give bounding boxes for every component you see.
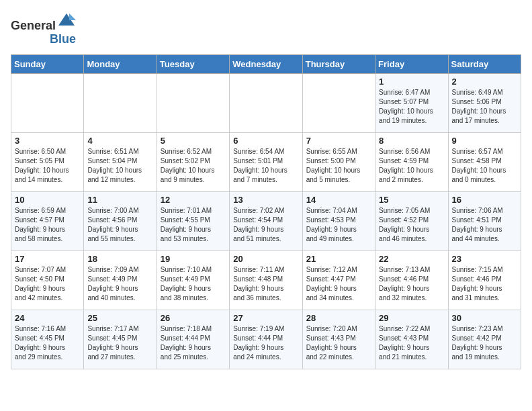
day-number: 19 [161, 254, 226, 264]
calendar-cell: 24Sunrise: 7:16 AM Sunset: 4:45 PM Dayli… [11, 310, 84, 369]
calendar-cell: 15Sunrise: 7:05 AM Sunset: 4:52 PM Dayli… [375, 191, 448, 250]
calendar-cell: 18Sunrise: 7:09 AM Sunset: 4:49 PM Dayli… [84, 250, 157, 310]
day-number: 29 [379, 313, 444, 323]
calendar-cell: 6Sunrise: 6:54 AM Sunset: 5:01 PM Daylig… [230, 132, 302, 191]
weekday-header: Friday [375, 54, 448, 73]
day-info: Sunrise: 6:51 AM Sunset: 5:04 PM Dayligh… [87, 147, 152, 185]
calendar-header: SundayMondayTuesdayWednesdayThursdayFrid… [11, 54, 521, 73]
weekday-header: Thursday [302, 54, 375, 73]
day-number: 13 [233, 195, 298, 205]
day-info: Sunrise: 7:00 AM Sunset: 4:56 PM Dayligh… [87, 206, 152, 244]
calendar-cell: 20Sunrise: 7:11 AM Sunset: 4:48 PM Dayli… [230, 250, 302, 310]
logo-icon [57, 11, 76, 30]
day-number: 6 [233, 136, 298, 146]
logo-general: General [11, 19, 56, 32]
day-info: Sunrise: 7:01 AM Sunset: 4:55 PM Dayligh… [161, 206, 226, 244]
calendar-cell: 7Sunrise: 6:55 AM Sunset: 5:00 PM Daylig… [302, 132, 375, 191]
day-info: Sunrise: 7:09 AM Sunset: 4:49 PM Dayligh… [87, 265, 152, 303]
day-number: 22 [379, 254, 444, 264]
day-info: Sunrise: 7:12 AM Sunset: 4:47 PM Dayligh… [306, 265, 371, 303]
day-info: Sunrise: 7:17 AM Sunset: 4:45 PM Dayligh… [87, 324, 152, 362]
calendar-cell: 8Sunrise: 6:56 AM Sunset: 4:59 PM Daylig… [375, 132, 448, 191]
day-info: Sunrise: 7:18 AM Sunset: 4:44 PM Dayligh… [161, 324, 226, 362]
weekday-header: Wednesday [230, 54, 302, 73]
day-number: 11 [87, 195, 152, 205]
day-number: 4 [87, 136, 152, 146]
calendar-cell: 17Sunrise: 7:07 AM Sunset: 4:50 PM Dayli… [11, 250, 84, 310]
calendar-cell [302, 73, 375, 132]
day-number: 18 [87, 254, 152, 264]
calendar-cell: 29Sunrise: 7:22 AM Sunset: 4:43 PM Dayli… [375, 310, 448, 369]
calendar-cell: 13Sunrise: 7:02 AM Sunset: 4:54 PM Dayli… [230, 191, 302, 250]
day-number: 21 [306, 254, 371, 264]
svg-marker-1 [69, 13, 76, 20]
calendar-cell: 28Sunrise: 7:20 AM Sunset: 4:43 PM Dayli… [302, 310, 375, 369]
day-info: Sunrise: 7:05 AM Sunset: 4:52 PM Dayligh… [379, 206, 444, 244]
day-info: Sunrise: 7:16 AM Sunset: 4:45 PM Dayligh… [15, 324, 80, 362]
day-number: 7 [306, 136, 371, 146]
day-number: 1 [379, 77, 444, 87]
day-info: Sunrise: 6:47 AM Sunset: 5:07 PM Dayligh… [379, 88, 444, 126]
day-info: Sunrise: 6:56 AM Sunset: 4:59 PM Dayligh… [379, 147, 444, 185]
calendar-cell: 3Sunrise: 6:50 AM Sunset: 5:05 PM Daylig… [11, 132, 84, 191]
weekday-header: Sunday [11, 54, 84, 73]
day-info: Sunrise: 7:07 AM Sunset: 4:50 PM Dayligh… [15, 265, 80, 303]
page-header: General Blue [11, 11, 521, 46]
day-info: Sunrise: 6:57 AM Sunset: 4:58 PM Dayligh… [452, 147, 517, 185]
day-info: Sunrise: 6:59 AM Sunset: 4:57 PM Dayligh… [15, 206, 80, 244]
calendar-cell: 19Sunrise: 7:10 AM Sunset: 4:49 PM Dayli… [157, 250, 229, 310]
calendar-cell: 26Sunrise: 7:18 AM Sunset: 4:44 PM Dayli… [157, 310, 229, 369]
day-number: 17 [15, 254, 80, 264]
calendar-cell: 25Sunrise: 7:17 AM Sunset: 4:45 PM Dayli… [84, 310, 157, 369]
day-number: 30 [452, 313, 517, 323]
day-number: 26 [161, 313, 226, 323]
weekday-header: Monday [84, 54, 157, 73]
calendar-cell: 27Sunrise: 7:19 AM Sunset: 4:44 PM Dayli… [230, 310, 302, 369]
day-number: 8 [379, 136, 444, 146]
calendar-cell: 1Sunrise: 6:47 AM Sunset: 5:07 PM Daylig… [375, 73, 448, 132]
calendar-table: SundayMondayTuesdayWednesdayThursdayFrid… [11, 54, 521, 369]
calendar-cell: 21Sunrise: 7:12 AM Sunset: 4:47 PM Dayli… [302, 250, 375, 310]
day-info: Sunrise: 7:02 AM Sunset: 4:54 PM Dayligh… [233, 206, 298, 244]
day-number: 3 [15, 136, 80, 146]
day-info: Sunrise: 6:54 AM Sunset: 5:01 PM Dayligh… [233, 147, 298, 185]
calendar-cell [230, 73, 302, 132]
logo-blue-text: Blue [50, 33, 76, 46]
calendar-cell: 14Sunrise: 7:04 AM Sunset: 4:53 PM Dayli… [302, 191, 375, 250]
day-number: 27 [233, 313, 298, 323]
day-number: 16 [452, 195, 517, 205]
calendar-cell: 16Sunrise: 7:06 AM Sunset: 4:51 PM Dayli… [448, 191, 521, 250]
day-number: 15 [379, 195, 444, 205]
logo: General Blue [11, 11, 76, 46]
day-number: 12 [161, 195, 226, 205]
day-info: Sunrise: 7:13 AM Sunset: 4:46 PM Dayligh… [379, 265, 444, 303]
day-number: 20 [233, 254, 298, 264]
day-info: Sunrise: 6:55 AM Sunset: 5:00 PM Dayligh… [306, 147, 371, 185]
day-number: 10 [15, 195, 80, 205]
calendar-cell: 23Sunrise: 7:15 AM Sunset: 4:46 PM Dayli… [448, 250, 521, 310]
calendar-cell [157, 73, 229, 132]
day-info: Sunrise: 7:23 AM Sunset: 4:42 PM Dayligh… [452, 324, 517, 362]
day-info: Sunrise: 6:50 AM Sunset: 5:05 PM Dayligh… [15, 147, 80, 185]
day-number: 9 [452, 136, 517, 146]
day-info: Sunrise: 7:06 AM Sunset: 4:51 PM Dayligh… [452, 206, 517, 244]
weekday-header: Saturday [448, 54, 521, 73]
calendar-cell: 12Sunrise: 7:01 AM Sunset: 4:55 PM Dayli… [157, 191, 229, 250]
day-info: Sunrise: 7:20 AM Sunset: 4:43 PM Dayligh… [306, 324, 371, 362]
day-number: 5 [161, 136, 226, 146]
day-info: Sunrise: 6:52 AM Sunset: 5:02 PM Dayligh… [161, 147, 226, 185]
day-number: 2 [452, 77, 517, 87]
calendar-cell [11, 73, 84, 132]
day-info: Sunrise: 7:19 AM Sunset: 4:44 PM Dayligh… [233, 324, 298, 362]
day-number: 14 [306, 195, 371, 205]
day-info: Sunrise: 7:15 AM Sunset: 4:46 PM Dayligh… [452, 265, 517, 303]
calendar-cell: 2Sunrise: 6:49 AM Sunset: 5:06 PM Daylig… [448, 73, 521, 132]
calendar-cell: 22Sunrise: 7:13 AM Sunset: 4:46 PM Dayli… [375, 250, 448, 310]
calendar-cell: 4Sunrise: 6:51 AM Sunset: 5:04 PM Daylig… [84, 132, 157, 191]
day-info: Sunrise: 6:49 AM Sunset: 5:06 PM Dayligh… [452, 88, 517, 126]
calendar-cell: 10Sunrise: 6:59 AM Sunset: 4:57 PM Dayli… [11, 191, 84, 250]
day-number: 23 [452, 254, 517, 264]
day-number: 24 [15, 313, 80, 323]
calendar-cell: 30Sunrise: 7:23 AM Sunset: 4:42 PM Dayli… [448, 310, 521, 369]
day-info: Sunrise: 7:10 AM Sunset: 4:49 PM Dayligh… [161, 265, 226, 303]
